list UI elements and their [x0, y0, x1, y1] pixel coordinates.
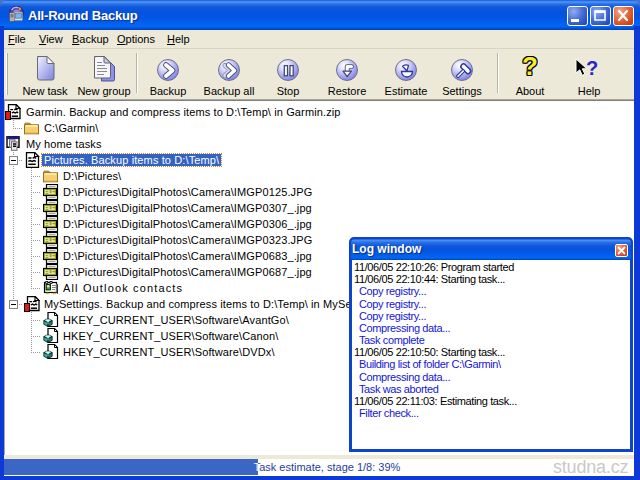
- svg-text:?: ?: [586, 57, 598, 79]
